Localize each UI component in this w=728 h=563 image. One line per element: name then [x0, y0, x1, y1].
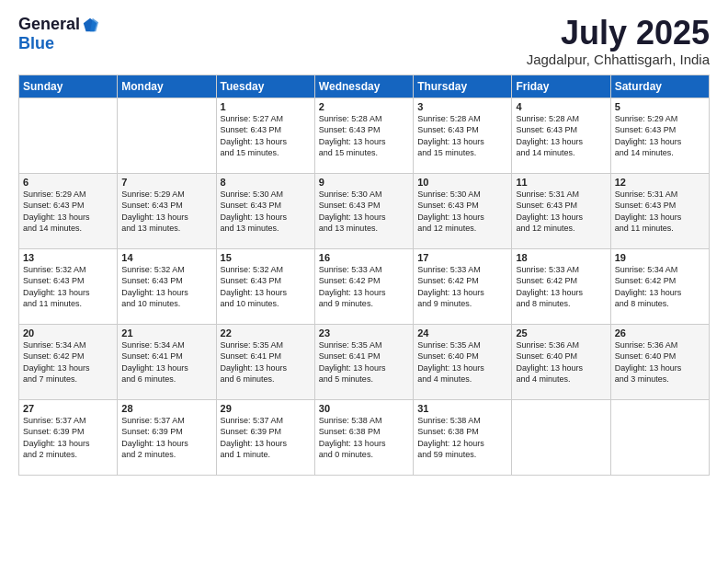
day-number: 14 — [121, 252, 211, 263]
table-row: 6Sunrise: 5:29 AM Sunset: 6:43 PM Daylig… — [19, 173, 118, 248]
day-info: Sunrise: 5:37 AM Sunset: 6:39 PM Dayligh… — [121, 415, 211, 461]
day-info: Sunrise: 5:33 AM Sunset: 6:42 PM Dayligh… — [417, 264, 507, 310]
table-row: 21Sunrise: 5:34 AM Sunset: 6:41 PM Dayli… — [118, 324, 216, 399]
table-row: 30Sunrise: 5:38 AM Sunset: 6:38 PM Dayli… — [314, 399, 413, 475]
table-row: 19Sunrise: 5:34 AM Sunset: 6:42 PM Dayli… — [610, 248, 709, 324]
month-title: July 2025 — [527, 15, 710, 52]
table-row: 28Sunrise: 5:37 AM Sunset: 6:39 PM Dayli… — [118, 399, 216, 475]
day-info: Sunrise: 5:37 AM Sunset: 6:39 PM Dayligh… — [23, 415, 113, 461]
calendar-week-row: 20Sunrise: 5:34 AM Sunset: 6:42 PM Dayli… — [19, 324, 710, 399]
day-number: 5 — [615, 101, 705, 112]
day-info: Sunrise: 5:30 AM Sunset: 6:43 PM Dayligh… — [221, 189, 311, 235]
day-info: Sunrise: 5:29 AM Sunset: 6:43 PM Dayligh… — [23, 189, 113, 235]
calendar: Sunday Monday Tuesday Wednesday Thursday… — [18, 75, 710, 476]
table-row — [19, 98, 118, 173]
day-info: Sunrise: 5:28 AM Sunset: 6:43 PM Dayligh… — [417, 113, 507, 159]
calendar-header-row: Sunday Monday Tuesday Wednesday Thursday… — [19, 75, 710, 98]
day-info: Sunrise: 5:35 AM Sunset: 6:40 PM Dayligh… — [417, 339, 507, 385]
day-number: 29 — [221, 403, 311, 414]
table-row: 12Sunrise: 5:31 AM Sunset: 6:43 PM Dayli… — [610, 173, 709, 248]
day-info: Sunrise: 5:34 AM Sunset: 6:42 PM Dayligh… — [615, 264, 705, 310]
table-row — [118, 98, 216, 173]
col-thursday: Thursday — [414, 75, 512, 98]
table-row: 10Sunrise: 5:30 AM Sunset: 6:43 PM Dayli… — [414, 173, 512, 248]
day-info: Sunrise: 5:28 AM Sunset: 6:43 PM Dayligh… — [516, 113, 606, 159]
day-number: 4 — [516, 101, 606, 112]
day-info: Sunrise: 5:34 AM Sunset: 6:42 PM Dayligh… — [23, 339, 113, 385]
day-info: Sunrise: 5:35 AM Sunset: 6:41 PM Dayligh… — [221, 339, 311, 385]
day-info: Sunrise: 5:30 AM Sunset: 6:43 PM Dayligh… — [319, 189, 409, 235]
day-info: Sunrise: 5:28 AM Sunset: 6:43 PM Dayligh… — [319, 113, 409, 159]
day-info: Sunrise: 5:30 AM Sunset: 6:43 PM Dayligh… — [417, 189, 507, 235]
day-info: Sunrise: 5:29 AM Sunset: 6:43 PM Dayligh… — [615, 113, 705, 159]
day-info: Sunrise: 5:36 AM Sunset: 6:40 PM Dayligh… — [516, 339, 606, 385]
day-number: 26 — [615, 327, 705, 339]
day-number: 25 — [516, 327, 606, 339]
day-number: 18 — [516, 252, 606, 263]
day-number: 27 — [23, 403, 113, 414]
day-number: 8 — [221, 177, 311, 188]
col-friday: Friday — [512, 75, 610, 98]
table-row: 26Sunrise: 5:36 AM Sunset: 6:40 PM Dayli… — [610, 324, 709, 399]
title-block: July 2025 Jagdalpur, Chhattisgarh, India — [527, 15, 710, 67]
table-row: 25Sunrise: 5:36 AM Sunset: 6:40 PM Dayli… — [512, 324, 610, 399]
col-monday: Monday — [118, 75, 216, 98]
day-number: 7 — [121, 177, 211, 188]
day-number: 9 — [319, 177, 409, 188]
table-row: 13Sunrise: 5:32 AM Sunset: 6:43 PM Dayli… — [19, 248, 118, 324]
col-saturday: Saturday — [610, 75, 709, 98]
header: General Blue July 2025 Jagdalpur, Chhatt… — [18, 15, 710, 67]
day-number: 13 — [23, 252, 113, 263]
day-number: 1 — [221, 101, 311, 112]
day-info: Sunrise: 5:37 AM Sunset: 6:39 PM Dayligh… — [221, 415, 311, 461]
table-row: 8Sunrise: 5:30 AM Sunset: 6:43 PM Daylig… — [216, 173, 314, 248]
day-info: Sunrise: 5:34 AM Sunset: 6:41 PM Dayligh… — [121, 339, 211, 385]
day-info: Sunrise: 5:38 AM Sunset: 6:38 PM Dayligh… — [319, 415, 409, 461]
day-number: 16 — [319, 252, 409, 263]
table-row: 16Sunrise: 5:33 AM Sunset: 6:42 PM Dayli… — [314, 248, 413, 324]
day-number: 31 — [417, 403, 507, 414]
day-number: 2 — [319, 101, 409, 112]
table-row: 4Sunrise: 5:28 AM Sunset: 6:43 PM Daylig… — [512, 98, 610, 173]
day-number: 17 — [417, 252, 507, 263]
table-row: 31Sunrise: 5:38 AM Sunset: 6:38 PM Dayli… — [414, 399, 512, 475]
table-row: 27Sunrise: 5:37 AM Sunset: 6:39 PM Dayli… — [19, 399, 118, 475]
day-info: Sunrise: 5:31 AM Sunset: 6:43 PM Dayligh… — [615, 189, 705, 235]
table-row: 7Sunrise: 5:29 AM Sunset: 6:43 PM Daylig… — [118, 173, 216, 248]
table-row: 24Sunrise: 5:35 AM Sunset: 6:40 PM Dayli… — [414, 324, 512, 399]
calendar-week-row: 13Sunrise: 5:32 AM Sunset: 6:43 PM Dayli… — [19, 248, 710, 324]
table-row — [512, 399, 610, 475]
table-row — [610, 399, 709, 475]
table-row: 14Sunrise: 5:32 AM Sunset: 6:43 PM Dayli… — [118, 248, 216, 324]
day-info: Sunrise: 5:27 AM Sunset: 6:43 PM Dayligh… — [221, 113, 311, 159]
table-row: 22Sunrise: 5:35 AM Sunset: 6:41 PM Dayli… — [216, 324, 314, 399]
table-row: 3Sunrise: 5:28 AM Sunset: 6:43 PM Daylig… — [414, 98, 512, 173]
day-info: Sunrise: 5:32 AM Sunset: 6:43 PM Dayligh… — [121, 264, 211, 310]
day-number: 19 — [615, 252, 705, 263]
table-row: 20Sunrise: 5:34 AM Sunset: 6:42 PM Dayli… — [19, 324, 118, 399]
table-row: 1Sunrise: 5:27 AM Sunset: 6:43 PM Daylig… — [216, 98, 314, 173]
page: General Blue July 2025 Jagdalpur, Chhatt… — [0, 0, 728, 563]
day-number: 11 — [516, 177, 606, 188]
day-number: 10 — [417, 177, 507, 188]
day-number: 30 — [319, 403, 409, 414]
table-row: 29Sunrise: 5:37 AM Sunset: 6:39 PM Dayli… — [216, 399, 314, 475]
location: Jagdalpur, Chhattisgarh, India — [527, 52, 710, 67]
day-info: Sunrise: 5:33 AM Sunset: 6:42 PM Dayligh… — [516, 264, 606, 310]
table-row: 18Sunrise: 5:33 AM Sunset: 6:42 PM Dayli… — [512, 248, 610, 324]
day-info: Sunrise: 5:35 AM Sunset: 6:41 PM Dayligh… — [319, 339, 409, 385]
logo: General Blue — [18, 15, 98, 53]
table-row: 5Sunrise: 5:29 AM Sunset: 6:43 PM Daylig… — [610, 98, 709, 173]
day-number: 6 — [23, 177, 113, 188]
table-row: 9Sunrise: 5:30 AM Sunset: 6:43 PM Daylig… — [314, 173, 413, 248]
day-info: Sunrise: 5:32 AM Sunset: 6:43 PM Dayligh… — [221, 264, 311, 310]
table-row: 15Sunrise: 5:32 AM Sunset: 6:43 PM Dayli… — [216, 248, 314, 324]
table-row: 2Sunrise: 5:28 AM Sunset: 6:43 PM Daylig… — [314, 98, 413, 173]
day-info: Sunrise: 5:38 AM Sunset: 6:38 PM Dayligh… — [417, 415, 507, 461]
calendar-week-row: 27Sunrise: 5:37 AM Sunset: 6:39 PM Dayli… — [19, 399, 710, 475]
day-number: 20 — [23, 327, 113, 339]
logo-blue: Blue — [18, 34, 54, 53]
table-row: 23Sunrise: 5:35 AM Sunset: 6:41 PM Dayli… — [314, 324, 413, 399]
col-wednesday: Wednesday — [314, 75, 413, 98]
day-number: 12 — [615, 177, 705, 188]
